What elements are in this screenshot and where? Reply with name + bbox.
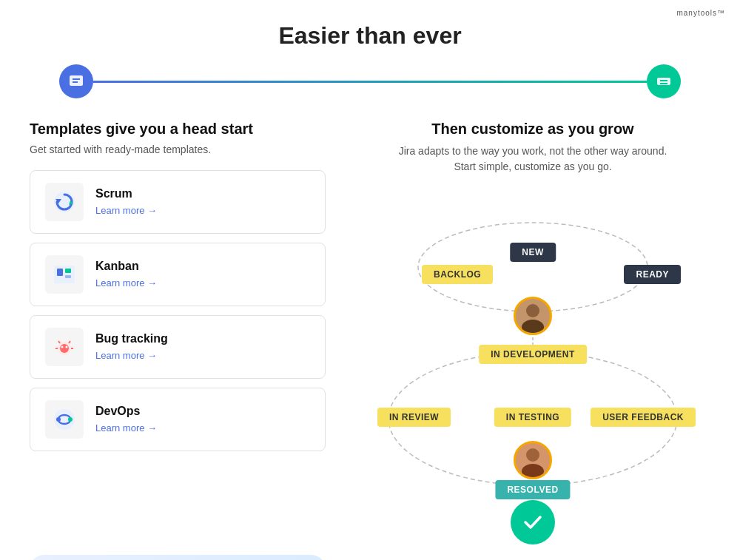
progress-bar — [0, 64, 740, 98]
template-card-devops[interactable]: DevOps Learn more → — [30, 388, 326, 451]
svg-rect-11 — [65, 269, 71, 273]
left-column: Templates give you a head start Get star… — [30, 121, 326, 460]
right-section-desc: Jira adapts to the way you work, not the… — [355, 144, 710, 175]
badge-backlog: BACKLOG — [422, 265, 493, 284]
svg-point-16 — [66, 346, 68, 348]
template-card-bug-tracking[interactable]: Bug tracking Learn more → — [30, 315, 326, 379]
bug-tracking-learn-more[interactable]: Learn more → — [95, 350, 157, 361]
template-card-kanban[interactable]: Kanban Learn more → — [30, 243, 326, 306]
svg-point-29 — [522, 320, 544, 333]
left-section-desc: Get started with ready-made templates. — [30, 144, 326, 155]
svg-point-23 — [68, 417, 73, 422]
svg-rect-10 — [57, 269, 63, 276]
page-title: Easier than ever — [0, 0, 740, 64]
main-content: Templates give you a head start Get star… — [0, 121, 740, 533]
badge-user-feedback: USER FEEDBACK — [591, 408, 696, 427]
checkmark-icon — [511, 500, 555, 544]
badge-in-testing: IN TESTING — [494, 408, 571, 427]
svg-point-30 — [526, 448, 539, 462]
badge-ready: READY — [624, 265, 681, 284]
avatar-top — [514, 297, 552, 335]
svg-point-31 — [522, 464, 544, 477]
scrum-title: Scrum — [95, 187, 157, 200]
scrum-icon — [45, 183, 84, 221]
badge-in-review: IN REVIEW — [377, 408, 451, 427]
kanban-card-content: Kanban Learn more → — [95, 260, 157, 289]
svg-line-17 — [58, 341, 60, 343]
kanban-title: Kanban — [95, 260, 157, 273]
scrum-learn-more[interactable]: Learn more → — [95, 205, 157, 216]
svg-rect-12 — [65, 275, 71, 278]
badge-new: NEW — [510, 243, 556, 262]
devops-icon — [45, 400, 84, 439]
devops-card-content: DevOps Learn more → — [95, 405, 157, 434]
brand-logo: manytools™ — [676, 9, 725, 22]
devops-title: DevOps — [95, 405, 157, 418]
svg-rect-0 — [70, 75, 83, 86]
svg-point-14 — [60, 344, 69, 353]
svg-point-22 — [56, 417, 61, 422]
workflow-diagram: NEW BACKLOG READY IN DEVELOPMENT IN REVI… — [355, 189, 710, 533]
badge-in-development: IN DEVELOPMENT — [479, 345, 587, 364]
progress-line — [93, 81, 647, 83]
bug-tracking-content: Bug tracking Learn more → — [95, 332, 168, 362]
step-icon-right — [647, 64, 681, 98]
kanban-learn-more[interactable]: Learn more → — [95, 277, 157, 289]
bug-tracking-title: Bug tracking — [95, 332, 168, 345]
step-icon-left — [59, 64, 93, 98]
quote-section: ““ You can decide how you are working as… — [30, 555, 326, 560]
right-column: Then customize as you grow Jira adapts t… — [355, 121, 710, 533]
svg-point-28 — [526, 304, 539, 317]
scrum-card-content: Scrum Learn more → — [95, 187, 157, 217]
avatar-bottom — [514, 441, 552, 479]
kanban-icon — [45, 255, 84, 294]
badge-resolved: RESOLVED — [495, 480, 570, 499]
svg-line-18 — [69, 341, 70, 343]
svg-point-15 — [61, 346, 64, 348]
right-section-title: Then customize as you grow — [355, 121, 710, 138]
devops-learn-more[interactable]: Learn more → — [95, 422, 157, 434]
template-card-scrum[interactable]: Scrum Learn more → — [30, 170, 326, 234]
bug-tracking-icon — [45, 328, 84, 366]
left-section-title: Templates give you a head start — [30, 121, 326, 138]
